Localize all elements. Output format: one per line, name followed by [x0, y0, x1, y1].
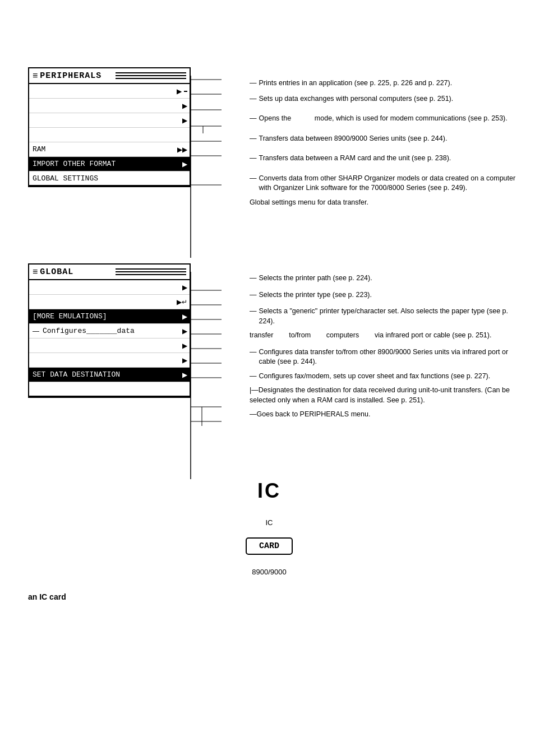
- global-item-2: ▶↵: [29, 295, 190, 309]
- global-item-6: ▶: [29, 353, 190, 368]
- ic-heading: IC: [28, 479, 510, 503]
- global-annotations: — Selects the printer path (see p. 224).…: [250, 273, 524, 421]
- menu-icon: ≡: [33, 71, 38, 81]
- bold-label: an IC card: [28, 592, 510, 601]
- card-box: CARD: [246, 537, 293, 555]
- menu-item-3: ▶: [29, 113, 190, 128]
- peripherals-menu: ≡ PERIPHERALS ▶ ▶ ▶: [28, 67, 191, 187]
- arrow-ram: ▶▶: [177, 146, 190, 154]
- peripherals-title: PERIPHERALS: [40, 71, 110, 81]
- global-menu-icon: ≡: [33, 267, 38, 277]
- g-annot-3: — Selects a "generic" printer type/chara…: [250, 307, 524, 326]
- annot-2: — Sets up data exchanges with personal c…: [250, 94, 524, 104]
- annot-text-7: Global settings menu for data transfer.: [250, 198, 524, 208]
- annot-text-3: Opens the mode, which is used for modem …: [259, 114, 525, 124]
- menu-item-2: ▶: [29, 99, 190, 113]
- annot-text-4: Transfers data between 8900/9000 Series …: [259, 134, 525, 144]
- g-arrow-1: ▶: [180, 284, 190, 291]
- g-dash-1: —: [250, 273, 257, 284]
- global-item-1: ▶: [29, 280, 190, 295]
- g-annot-text-8: —Goes back to PERIPHERALS menu.: [250, 410, 524, 420]
- g-annot-text-1: Selects the printer path (see p. 224).: [259, 273, 525, 284]
- g-dash-2: —: [250, 290, 257, 300]
- global-settings-label: GLOBAL SETTINGS: [29, 173, 190, 184]
- g-arrow-emul: ▶: [180, 313, 190, 321]
- dash-icon: —: [29, 327, 39, 335]
- g-annot-6: — Configures fax/modem, sets up cover sh…: [250, 372, 524, 382]
- g-annot-text-3: Selects a "generic" printer type/charact…: [259, 307, 525, 326]
- dash-6: —: [250, 174, 257, 184]
- g-dash-5: —: [250, 347, 257, 358]
- g-annot-4: transfer to/from computers via infrared …: [250, 331, 524, 341]
- g-annot-7: |—Designates the destination for data re…: [250, 386, 524, 405]
- ic-description: IC: [28, 517, 510, 529]
- global-menu: ≡ GLOBAL ▶ ▶↵ [MORE EMULATIONS] ▶: [28, 263, 191, 398]
- peripherals-title-row: ≡ PERIPHERALS: [29, 68, 190, 84]
- g-dash-3: —: [250, 307, 257, 317]
- global-item-emulations: [MORE EMULATIONS] ▶: [29, 309, 190, 324]
- series-text: 8900/9000: [28, 566, 510, 578]
- annot-5: — Transfers data between a RAM card and …: [250, 154, 524, 164]
- import-label: IMPORT OTHER FORMAT: [29, 158, 180, 170]
- dash-1: —: [250, 78, 257, 89]
- menu-item-import: IMPORT OTHER FORMAT ▶: [29, 157, 190, 171]
- dash-2: —: [250, 94, 257, 104]
- arrow-icon-2: ▶: [180, 102, 190, 110]
- annot-1: — Prints entries in an application (see …: [250, 78, 524, 89]
- menu-item-ram: RAM ▶▶: [29, 142, 190, 157]
- ic-card-section: IC IC CARD 8900/9000 an IC card: [28, 479, 510, 601]
- g-annot-8: —Goes back to PERIPHERALS menu.: [250, 410, 524, 420]
- ram-label: RAM: [29, 143, 177, 155]
- global-title: GLOBAL: [40, 267, 110, 277]
- annot-text-5: Transfers data between a RAM card and th…: [259, 154, 525, 164]
- menu-item-1: ▶: [29, 84, 190, 99]
- menu-item-global: GLOBAL SETTINGS: [29, 171, 190, 186]
- dash-4: —: [250, 134, 257, 144]
- g-annot-text-5: Configures data transfer to/from other 8…: [259, 347, 525, 367]
- g-annot-text-7: |—Designates the destination for data re…: [250, 386, 524, 405]
- g-arrow-6: ▶: [180, 356, 190, 364]
- menu-item-4: [29, 128, 190, 142]
- peripherals-annotations: — Prints entries in an application (see …: [250, 78, 524, 208]
- g-annot-5: — Configures data transfer to/from other…: [250, 347, 524, 367]
- global-item-back: [29, 382, 190, 397]
- annot-text-2: Sets up data exchanges with personal com…: [259, 94, 525, 104]
- g-annot-text-2: Selects the printer type (see p. 223).: [259, 290, 525, 300]
- annot-text-1: Prints entries in an application (see p.…: [259, 78, 525, 89]
- arrow-icon-3: ▶: [180, 117, 190, 124]
- dash-5: —: [250, 154, 257, 164]
- annot-7: Global settings menu for data transfer.: [250, 198, 524, 208]
- card-box-container: CARD: [28, 537, 510, 555]
- g-arrow-5: ▶: [180, 342, 190, 350]
- g-annot-2: — Selects the printer type (see p. 223).: [250, 290, 524, 300]
- series-label: 8900/9000: [252, 568, 286, 576]
- annot-6: — Converts data from other SHARP Organiz…: [250, 174, 524, 193]
- annot-4: — Transfers data between 8900/9000 Serie…: [250, 134, 524, 144]
- g-arrow-2: ▶↵: [174, 298, 190, 306]
- g-annot-1: — Selects the printer path (see p. 224).: [250, 273, 524, 284]
- arrow-import: ▶: [180, 160, 190, 168]
- global-item-configures: — Configures_______data ▶: [29, 324, 190, 338]
- g-arrow-data: ▶: [180, 327, 190, 335]
- arrow-icon-1: ▶: [174, 87, 184, 95]
- annot-text-6: Converts data from other SHARP Organizer…: [259, 174, 525, 193]
- global-title-row: ≡ GLOBAL: [29, 265, 190, 280]
- configures-label: Configures_______data: [39, 325, 180, 337]
- ic-desc-text: IC: [266, 518, 273, 527]
- set-dest-label: SET DATA DESTINATION: [29, 369, 180, 381]
- emulations-label: [MORE EMULATIONS]: [29, 310, 180, 322]
- g-annot-text-6: Configures fax/modem, sets up cover shee…: [259, 372, 525, 382]
- dash-3: —: [250, 114, 257, 124]
- global-item-5: ▶: [29, 338, 190, 353]
- annot-3: — Opens the mode, which is used for mode…: [250, 114, 524, 124]
- g-dash-6: —: [250, 372, 257, 382]
- g-arrow-dest: ▶: [180, 371, 190, 379]
- global-item-set-dest: SET DATA DESTINATION ▶: [29, 368, 190, 382]
- g-annot-text-4: transfer to/from computers via infrared …: [250, 331, 524, 341]
